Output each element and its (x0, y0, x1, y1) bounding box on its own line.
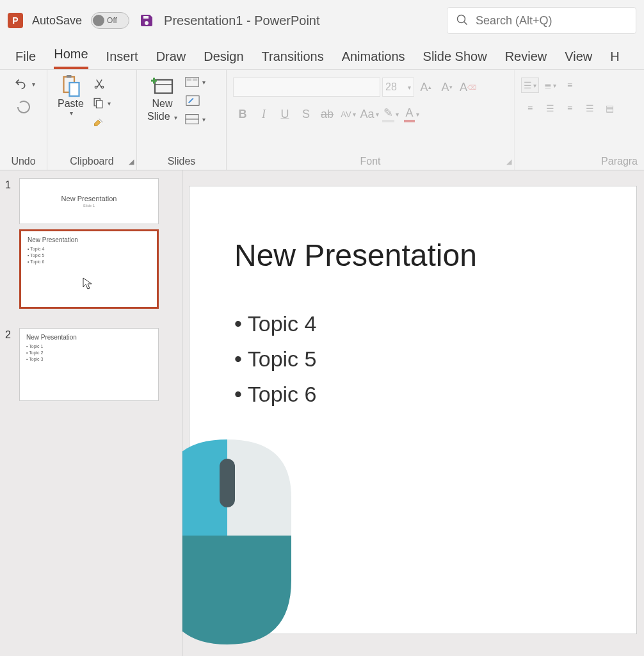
thumbnail-row-1: 1 New Presentation Slide 1 New Presentat… (5, 178, 177, 309)
new-slide-label-2: Slide (147, 111, 170, 122)
copy-button[interactable]: ▾ (92, 97, 111, 110)
svg-rect-10 (186, 96, 199, 106)
svg-rect-9 (193, 79, 197, 81)
align-right-button[interactable]: ≡ (561, 101, 579, 116)
format-painter-button[interactable] (92, 115, 107, 130)
slide-number: 1 (5, 178, 14, 191)
tab-review[interactable]: Review (505, 49, 547, 69)
shadow-button[interactable]: S (296, 104, 316, 124)
search-input[interactable] (476, 14, 627, 28)
highlight-button[interactable]: ✎▾ (381, 104, 400, 124)
autosave-toggle[interactable]: Off (91, 12, 129, 29)
paste-label: Paste (58, 98, 84, 110)
columns-button[interactable]: ▤ (600, 101, 618, 116)
svg-rect-5 (155, 80, 172, 94)
autosave-state: Off (107, 16, 117, 25)
strikethrough-button[interactable]: ab (318, 104, 337, 124)
clipboard-group-label: Clipboard ◢ (54, 154, 130, 167)
title-bar: P AutoSave Off Presentation1 - PowerPoin… (0, 0, 644, 41)
tab-slide-show[interactable]: Slide Show (423, 49, 487, 69)
slide-thumbnail-2[interactable]: New Presentation • Topic 1 • Topic 2 • T… (19, 328, 159, 401)
tab-design[interactable]: Design (204, 49, 243, 69)
paste-button[interactable]: Paste ▾ (54, 74, 88, 119)
thumbnail-row-2: 2 New Presentation • Topic 1 • Topic 2 •… (5, 328, 177, 401)
dialog-launcher-icon[interactable]: ◢ (506, 158, 511, 166)
font-family-combo[interactable] (233, 78, 380, 97)
chevron-down-icon: ▾ (202, 116, 205, 123)
svg-rect-8 (187, 79, 191, 81)
thumb-subtitle: Slide 1 (83, 204, 95, 208)
slide-number: 2 (5, 328, 14, 341)
thumb-title: New Presentation (61, 195, 117, 202)
ribbon-group-slides: New Slide ▾ ▾ ▾ Slides (137, 70, 227, 170)
undo-button[interactable]: ▾ (12, 78, 35, 90)
ribbon-group-undo: ▾ Undo (0, 70, 47, 170)
toggle-knob-icon (93, 15, 104, 26)
ribbon-group-font: 28▾ A▴ A▾ A⌫ B I U S ab AV▾ Aa▾ ✎▾ A▾ Fo… (227, 70, 515, 170)
underline-button[interactable]: U (275, 104, 294, 124)
section-button[interactable]: ▾ (185, 113, 205, 125)
slides-group-label: Slides (143, 154, 220, 167)
ribbon-group-clipboard: Paste ▾ ▾ Clipboard ◢ (47, 70, 137, 170)
undo-group-label: Undo (6, 154, 40, 167)
tab-transitions[interactable]: Transitions (262, 49, 324, 69)
decrease-indent-button[interactable]: ≡ (561, 78, 579, 93)
chevron-down-icon: ▾ (70, 110, 73, 117)
change-case-button[interactable]: Aa▾ (360, 104, 379, 124)
numbering-button[interactable]: ≣▾ (541, 78, 559, 93)
cursor-icon (83, 277, 93, 293)
tab-draw[interactable]: Draw (156, 49, 186, 69)
search-icon (456, 14, 468, 28)
slide-title[interactable]: New Presentation (234, 238, 592, 273)
slide-thumbnail-title[interactable]: New Presentation Slide 1 (19, 178, 159, 224)
tab-help[interactable]: H (610, 49, 619, 69)
slide-canvas-area[interactable]: New Presentation Topic 4 Topic 5 Topic 6 (182, 170, 644, 656)
new-slide-button[interactable]: New Slide ▾ (143, 74, 181, 125)
svg-rect-13 (220, 459, 235, 507)
ribbon-tabs: File Home Insert Draw Design Transitions… (0, 41, 644, 69)
tab-animations[interactable]: Animations (342, 49, 405, 69)
cut-button[interactable] (92, 76, 107, 92)
reset-button[interactable] (185, 93, 200, 108)
chevron-down-icon: ▾ (202, 79, 205, 86)
clear-formatting-button[interactable]: A⌫ (458, 78, 478, 97)
tab-file[interactable]: File (15, 49, 36, 69)
slide-thumbnail-1[interactable]: New Presentation • Topic 4 • Topic 5 • T… (19, 229, 159, 309)
bullets-button[interactable]: ☰▾ (521, 78, 539, 93)
italic-button[interactable]: I (254, 104, 273, 124)
justify-button[interactable]: ☰ (581, 101, 599, 116)
svg-rect-2 (70, 83, 79, 96)
layout-button[interactable]: ▾ (185, 76, 205, 88)
chevron-down-icon: ▾ (108, 100, 111, 107)
redo-button[interactable] (16, 99, 31, 117)
document-title: Presentation1 - PowerPoint (164, 13, 319, 28)
tab-home[interactable]: Home (54, 47, 88, 69)
powerpoint-app-icon: P (8, 13, 23, 28)
thumb-title: New Presentation (26, 334, 152, 341)
bold-button[interactable]: B (233, 104, 252, 124)
dialog-launcher-icon[interactable]: ◢ (129, 158, 134, 166)
font-color-button[interactable]: A▾ (402, 104, 421, 124)
new-slide-label-1: New (152, 98, 173, 109)
svg-rect-1 (67, 75, 72, 78)
tab-insert[interactable]: Insert (106, 49, 138, 69)
character-spacing-button[interactable]: AV▾ (339, 104, 358, 124)
save-button[interactable] (138, 12, 155, 29)
increase-font-button[interactable]: A▴ (416, 78, 435, 97)
slide-bullet[interactable]: Topic 4 (234, 311, 592, 336)
thumb-title: New Presentation (28, 236, 150, 243)
autosave-label: AutoSave (32, 14, 82, 28)
align-left-button[interactable]: ≡ (521, 101, 539, 116)
svg-rect-4 (96, 101, 102, 108)
slide-thumbnail-panel[interactable]: 1 New Presentation Slide 1 New Presentat… (0, 170, 182, 656)
slide-bullet[interactable]: Topic 5 (234, 347, 592, 372)
font-size-combo[interactable]: 28▾ (382, 78, 414, 97)
main-area: 1 New Presentation Slide 1 New Presentat… (0, 170, 644, 656)
search-box[interactable] (447, 7, 636, 34)
paragraph-group-label: Paragra (521, 154, 638, 167)
align-center-button[interactable]: ☰ (541, 101, 559, 116)
tab-view[interactable]: View (565, 49, 592, 69)
font-group-label: Font ◢ (233, 154, 508, 167)
ribbon: ▾ Undo Paste ▾ ▾ (0, 69, 644, 170)
decrease-font-button[interactable]: A▾ (437, 78, 456, 97)
